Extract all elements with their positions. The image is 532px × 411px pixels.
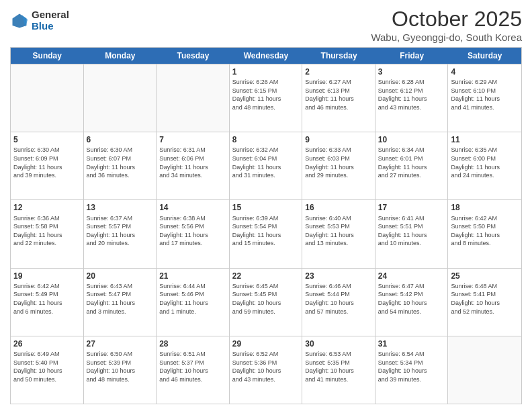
day-cell-9: 9Sunrise: 6:33 AM Sunset: 6:03 PM Daylig… [302,132,375,199]
day-info: Sunrise: 6:33 AM Sunset: 6:03 PM Dayligh… [305,146,372,179]
day-cell-30: 30Sunrise: 6:53 AM Sunset: 5:35 PM Dayli… [302,336,375,404]
day-info: Sunrise: 6:32 AM Sunset: 6:04 PM Dayligh… [232,146,300,179]
day-cell-14: 14Sunrise: 6:38 AM Sunset: 5:56 PM Dayli… [157,200,230,267]
day-number: 31 [378,338,445,349]
day-cell-empty-4-6 [448,336,521,404]
month-title: October 2025 [371,7,522,32]
day-cell-28: 28Sunrise: 6:51 AM Sunset: 5:37 PM Dayli… [157,336,230,404]
day-info: Sunrise: 6:43 AM Sunset: 5:47 PM Dayligh… [87,282,154,316]
day-info: Sunrise: 6:30 AM Sunset: 6:07 PM Dayligh… [87,146,154,179]
day-number: 3 [378,66,445,77]
logo: General Blue [10,9,69,32]
day-cell-6: 6Sunrise: 6:30 AM Sunset: 6:07 PM Daylig… [84,132,157,199]
day-number: 15 [232,202,300,213]
day-number: 28 [159,338,226,349]
day-info: Sunrise: 6:40 AM Sunset: 5:53 PM Dayligh… [305,214,372,248]
day-number: 7 [159,134,226,145]
day-cell-20: 20Sunrise: 6:43 AM Sunset: 5:47 PM Dayli… [84,269,157,336]
header-day-thursday: Thursday [302,48,375,64]
day-cell-2: 2Sunrise: 6:27 AM Sunset: 6:13 PM Daylig… [302,64,375,132]
logo-text: General Blue [32,9,69,32]
day-cell-5: 5Sunrise: 6:30 AM Sunset: 6:09 PM Daylig… [11,132,84,199]
day-cell-16: 16Sunrise: 6:40 AM Sunset: 5:53 PM Dayli… [302,200,375,267]
day-info: Sunrise: 6:34 AM Sunset: 6:01 PM Dayligh… [378,146,445,179]
day-cell-19: 19Sunrise: 6:42 AM Sunset: 5:49 PM Dayli… [11,269,84,336]
calendar-header: SundayMondayTuesdayWednesdayThursdayFrid… [11,48,521,64]
day-cell-15: 15Sunrise: 6:39 AM Sunset: 5:54 PM Dayli… [230,200,303,267]
header-day-wednesday: Wednesday [230,48,303,64]
day-number: 27 [87,338,154,349]
calendar-row-2: 12Sunrise: 6:36 AM Sunset: 5:58 PM Dayli… [11,199,521,267]
day-number: 18 [451,202,519,213]
day-info: Sunrise: 6:51 AM Sunset: 5:37 PM Dayligh… [159,350,226,383]
day-info: Sunrise: 6:31 AM Sunset: 6:06 PM Dayligh… [159,146,226,179]
day-cell-3: 3Sunrise: 6:28 AM Sunset: 6:12 PM Daylig… [375,64,449,132]
day-number: 29 [232,338,300,349]
day-cell-4: 4Sunrise: 6:29 AM Sunset: 6:10 PM Daylig… [448,64,521,132]
day-info: Sunrise: 6:45 AM Sunset: 5:45 PM Dayligh… [232,282,300,316]
day-number: 1 [232,66,300,77]
day-info: Sunrise: 6:47 AM Sunset: 5:42 PM Dayligh… [378,282,445,316]
day-info: Sunrise: 6:44 AM Sunset: 5:46 PM Dayligh… [159,282,226,316]
calendar-row-1: 5Sunrise: 6:30 AM Sunset: 6:09 PM Daylig… [11,132,521,199]
day-cell-empty-0-1 [84,64,157,132]
day-number: 26 [13,338,81,349]
calendar-body: 1Sunrise: 6:26 AM Sunset: 6:15 PM Daylig… [11,64,521,404]
day-number: 12 [13,202,81,213]
day-info: Sunrise: 6:53 AM Sunset: 5:35 PM Dayligh… [305,350,372,383]
day-cell-7: 7Sunrise: 6:31 AM Sunset: 6:06 PM Daylig… [157,132,230,199]
title-area: October 2025 Wabu, Gyeonggi-do, South Ko… [371,7,522,43]
day-number: 22 [232,271,300,281]
page: General Blue October 2025 Wabu, Gyeonggi… [0,0,532,411]
day-cell-13: 13Sunrise: 6:37 AM Sunset: 5:57 PM Dayli… [84,200,157,267]
day-number: 21 [159,271,226,281]
day-info: Sunrise: 6:28 AM Sunset: 6:12 PM Dayligh… [378,78,445,111]
day-info: Sunrise: 6:41 AM Sunset: 5:51 PM Dayligh… [378,214,445,248]
day-number: 10 [378,134,445,145]
day-cell-23: 23Sunrise: 6:46 AM Sunset: 5:44 PM Dayli… [302,269,375,336]
location: Wabu, Gyeonggi-do, South Korea [371,32,522,43]
logo-icon [10,11,29,30]
header-day-friday: Friday [375,48,449,64]
calendar: SundayMondayTuesdayWednesdayThursdayFrid… [10,47,522,404]
day-info: Sunrise: 6:26 AM Sunset: 6:15 PM Dayligh… [232,78,300,111]
header-day-monday: Monday [84,48,157,64]
day-number: 2 [305,66,372,77]
day-info: Sunrise: 6:30 AM Sunset: 6:09 PM Dayligh… [13,146,81,179]
day-number: 11 [451,134,519,145]
day-number: 20 [87,271,154,281]
day-cell-27: 27Sunrise: 6:50 AM Sunset: 5:39 PM Dayli… [84,336,157,404]
day-number: 24 [378,271,445,281]
day-cell-24: 24Sunrise: 6:47 AM Sunset: 5:42 PM Dayli… [375,269,449,336]
calendar-row-3: 19Sunrise: 6:42 AM Sunset: 5:49 PM Dayli… [11,268,521,336]
logo-blue-text: Blue [32,21,69,32]
day-cell-12: 12Sunrise: 6:36 AM Sunset: 5:58 PM Dayli… [11,200,84,267]
day-cell-29: 29Sunrise: 6:52 AM Sunset: 5:36 PM Dayli… [230,336,303,404]
day-number: 14 [159,202,226,213]
header-day-sunday: Sunday [11,48,84,64]
day-number: 25 [451,271,519,281]
logo-general-text: General [32,9,69,21]
day-cell-18: 18Sunrise: 6:42 AM Sunset: 5:50 PM Dayli… [448,200,521,267]
day-cell-empty-0-2 [157,64,230,132]
day-info: Sunrise: 6:29 AM Sunset: 6:10 PM Dayligh… [451,78,519,111]
calendar-row-4: 26Sunrise: 6:49 AM Sunset: 5:40 PM Dayli… [11,336,521,404]
day-info: Sunrise: 6:42 AM Sunset: 5:50 PM Dayligh… [451,214,519,248]
day-cell-11: 11Sunrise: 6:35 AM Sunset: 6:00 PM Dayli… [448,132,521,199]
day-info: Sunrise: 6:46 AM Sunset: 5:44 PM Dayligh… [305,282,372,316]
day-number: 17 [378,202,445,213]
day-info: Sunrise: 6:27 AM Sunset: 6:13 PM Dayligh… [305,78,372,111]
day-info: Sunrise: 6:54 AM Sunset: 5:34 PM Dayligh… [378,350,445,383]
day-number: 6 [87,134,154,145]
day-number: 4 [451,66,519,77]
day-info: Sunrise: 6:35 AM Sunset: 6:00 PM Dayligh… [451,146,519,179]
day-info: Sunrise: 6:36 AM Sunset: 5:58 PM Dayligh… [13,214,81,248]
day-number: 5 [13,134,81,145]
day-number: 9 [305,134,372,145]
day-cell-25: 25Sunrise: 6:48 AM Sunset: 5:41 PM Dayli… [448,269,521,336]
day-cell-10: 10Sunrise: 6:34 AM Sunset: 6:01 PM Dayli… [375,132,449,199]
day-cell-26: 26Sunrise: 6:49 AM Sunset: 5:40 PM Dayli… [11,336,84,404]
day-number: 16 [305,202,372,213]
day-number: 30 [305,338,372,349]
day-info: Sunrise: 6:49 AM Sunset: 5:40 PM Dayligh… [13,350,81,383]
